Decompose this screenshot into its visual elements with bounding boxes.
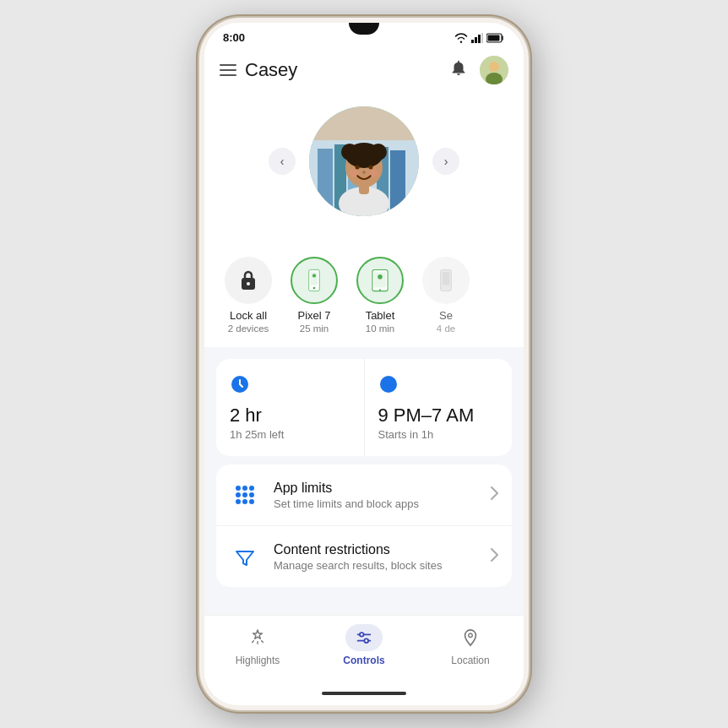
screen-time-sub: 1h 25m left [230,428,350,441]
svg-point-53 [364,638,368,643]
carousel-next[interactable]: › [432,148,459,175]
svg-point-22 [356,166,360,170]
location-label: Location [451,655,489,666]
svg-rect-34 [374,272,386,287]
device-se[interactable]: Se 4 de [417,257,475,334]
app-limits-chevron [491,486,498,504]
nav-highlights[interactable]: Highlights [204,624,311,666]
status-time: 8:00 [223,31,245,44]
app-limits-item[interactable]: App limits Set time limits and block app… [216,465,512,526]
svg-point-32 [312,274,316,277]
svg-point-7 [489,62,499,72]
nav-location[interactable]: Location [417,624,524,666]
app-limits-title: App limits [274,481,477,496]
svg-rect-38 [443,272,449,285]
parent-avatar[interactable] [480,56,508,84]
top-bar-left: Casey [220,59,297,81]
device-sub-lock-all: 2 devices [228,323,269,334]
screen-time-card[interactable]: 2 hr 1h 25m left [216,359,365,456]
device-icon-pixel7 [291,257,338,304]
screen-time-icon [230,374,350,399]
location-icon [452,624,489,651]
wifi-icon [454,33,468,43]
svg-point-26 [362,171,366,174]
device-tablet[interactable]: Tablet 10 min [351,257,409,334]
bedtime-icon [378,374,499,399]
content-restrictions-icon [230,541,260,572]
app-limits-icon [230,480,260,510]
svg-point-23 [369,166,373,170]
svg-point-52 [360,633,364,637]
device-pixel7[interactable]: Pixel 7 25 min [285,257,343,334]
highlights-icon [239,624,276,651]
device-lock-all[interactable]: Lock all 2 devices [220,257,277,334]
svg-rect-15 [390,150,405,216]
top-bar-right [449,56,508,84]
svg-point-44 [236,492,241,497]
profile-carousel: ‹ [269,106,459,216]
top-bar: Casey [204,47,524,90]
content-restrictions-chevron [491,548,498,566]
svg-point-35 [379,289,381,291]
menu-section: App limits Set time limits and block app… [216,465,512,587]
bedtime-card[interactable]: 9 PM–7 AM Starts in 1h [365,359,513,456]
child-photo [309,106,419,216]
content-restrictions-title: Content restrictions [274,542,477,557]
svg-rect-28 [247,282,250,285]
svg-point-48 [242,499,247,504]
svg-point-46 [249,492,254,497]
svg-rect-3 [481,33,483,43]
home-indicator-bar [322,692,406,695]
device-sub-pixel7: 25 min [300,323,329,334]
content-restrictions-text: Content restrictions Manage search resul… [274,542,477,572]
home-indicator [204,682,524,705]
svg-point-43 [249,486,254,491]
content-restrictions-item[interactable]: Content restrictions Manage search resul… [216,526,512,587]
svg-point-45 [242,492,247,497]
svg-point-40 [380,376,397,393]
device-name-tablet: Tablet [366,309,395,322]
svg-rect-5 [488,35,500,41]
svg-rect-1 [475,37,477,43]
highlights-label: Highlights [236,655,280,666]
device-icon-tablet [356,257,404,304]
svg-rect-11 [318,149,333,216]
bedtime-sub: Starts in 1h [378,428,499,441]
device-icon-se [422,257,470,304]
content-restrictions-subtitle: Manage search results, block sites [274,559,477,572]
device-sub-se: 4 de [437,323,455,334]
page-title: Casey [245,59,297,81]
svg-point-21 [345,143,383,168]
app-limits-text: App limits Set time limits and block app… [274,481,477,510]
svg-point-25 [370,169,378,177]
phone-shell: 8:00 [199,18,529,710]
main-content: ‹ [204,90,524,615]
nav-controls[interactable]: Controls [311,624,417,666]
devices-section: Lock all 2 devices [204,236,524,347]
svg-point-31 [313,287,316,290]
status-icons [454,33,505,43]
time-cards: 2 hr 1h 25m left 9 PM–7 AM Starts in 1h [216,359,512,456]
controls-label: Controls [343,655,384,666]
svg-rect-2 [478,35,481,43]
signal-icon [471,33,483,43]
phone-screen: 8:00 [204,23,524,705]
devices-scroll: Lock all 2 devices [204,250,524,340]
carousel-prev[interactable]: ‹ [269,148,296,175]
svg-point-54 [469,633,473,638]
device-name-se: Se [439,309,453,322]
device-icon-lock-all [225,257,272,304]
svg-point-41 [236,486,241,491]
svg-point-47 [236,499,241,504]
device-name-pixel7: Pixel 7 [297,309,330,322]
svg-point-42 [242,486,247,491]
svg-rect-0 [471,40,474,43]
controls-icon [345,624,383,651]
device-name-lock-all: Lock all [230,309,267,322]
svg-point-36 [378,274,383,280]
screen-time-value: 2 hr [230,405,350,426]
hamburger-menu[interactable] [220,64,236,76]
bell-button[interactable] [449,58,468,82]
app-limits-subtitle: Set time limits and block apps [274,497,477,510]
device-sub-tablet: 10 min [366,323,395,334]
